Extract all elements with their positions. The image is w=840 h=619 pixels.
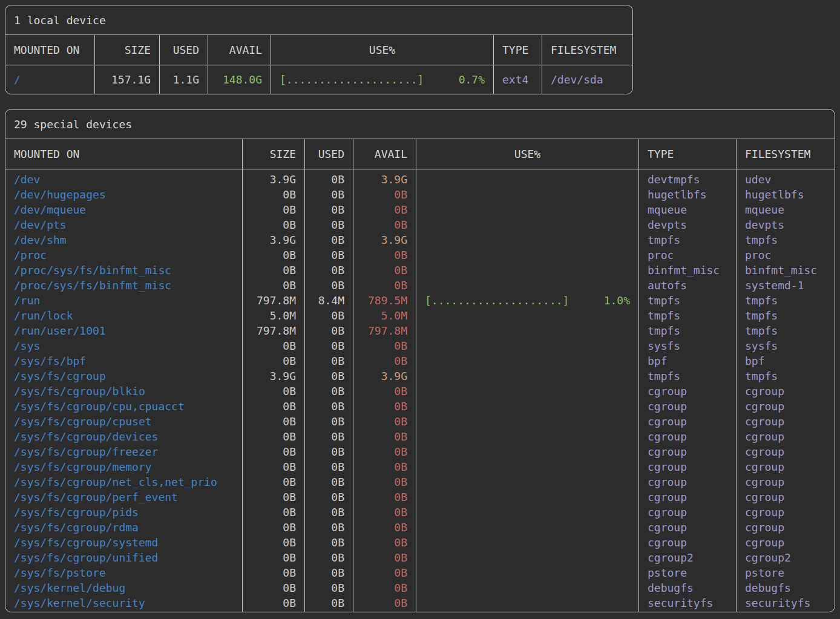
usage-bar: [....................] [280, 72, 424, 87]
column-size: 157.1G [95, 65, 160, 94]
cell-mounted-on: /sys/fs/cgroup/memory [5, 459, 242, 474]
cell-mounted-on: /sys [5, 338, 242, 353]
cell-use-percent [416, 414, 638, 429]
cell-used: 0B [305, 217, 353, 232]
column-avail: 148.0G [208, 65, 271, 94]
cell-used: 0B [305, 172, 353, 187]
cell-use-percent [416, 565, 638, 580]
cell-type: tmpfs [639, 293, 736, 308]
cell-filesystem: udev [737, 172, 835, 187]
cell-avail: 0B [353, 595, 416, 611]
special-devices-title: 29 special devices [5, 110, 835, 139]
cell-type: autofs [639, 278, 736, 293]
column-mounted_on: / [5, 65, 95, 94]
cell-filesystem: /dev/sda [542, 72, 633, 87]
cell-used: 0B [305, 595, 353, 611]
cell-type: tmpfs [639, 308, 736, 323]
cell-mounted-on: /sys/fs/cgroup/freezer [5, 444, 242, 459]
cell-type: securityfs [639, 595, 736, 611]
cell-size: 0B [243, 565, 304, 580]
cell-use-percent [416, 247, 638, 263]
cell-type: cgroup2 [639, 550, 736, 565]
cell-filesystem: pstore [737, 565, 835, 580]
cell-filesystem: mqueue [737, 202, 835, 217]
column-use: [....................]1.0% [416, 169, 639, 612]
cell-mounted-on: /sys/fs/cgroup/perf_event [5, 490, 242, 505]
cell-size: 0B [243, 490, 304, 505]
column-filesystem: /dev/sda [542, 65, 633, 94]
cell-type: binfmt_misc [639, 263, 736, 278]
cell-size: 0B [243, 263, 304, 278]
local-devices-title: 1 local device [5, 5, 632, 35]
cell-avail: 797.8M [353, 323, 416, 338]
cell-used: 0B [305, 232, 353, 247]
cell-size: 0B [243, 459, 304, 474]
cell-filesystem: systemd-1 [737, 278, 835, 293]
cell-mounted-on: /sys/kernel/debug [5, 580, 242, 595]
cell-used: 0B [305, 535, 353, 550]
cell-avail: 0B [353, 247, 416, 263]
cell-avail: 0B [353, 580, 416, 595]
cell-avail: 0B [353, 414, 416, 429]
header-avail: AVAIL [208, 35, 271, 65]
cell-avail: 5.0M [353, 308, 416, 323]
cell-avail: 0B [353, 278, 416, 293]
cell-type: cgroup [639, 459, 736, 474]
header-mounted-on: MOUNTED ON [5, 35, 95, 65]
cell-filesystem: tmpfs [737, 368, 835, 384]
cell-used: 0B [305, 399, 353, 414]
cell-avail: 0B [353, 353, 416, 368]
cell-mounted-on: /proc/sys/fs/binfmt_misc [5, 263, 242, 278]
cell-size: 3.9G [243, 232, 304, 247]
cell-mounted-on: /run/lock [5, 308, 242, 323]
cell-avail: 789.5M [353, 293, 416, 308]
cell-avail: 0B [353, 550, 416, 565]
cell-avail: 148.0G [208, 72, 271, 87]
cell-mounted-on: /sys/fs/cgroup/pids [5, 505, 242, 520]
cell-filesystem: sysfs [737, 338, 835, 353]
cell-size: 0B [243, 187, 304, 202]
header-use-percent: USE% [416, 139, 639, 169]
cell-use-percent [416, 580, 638, 595]
cell-type: devtmpfs [639, 172, 736, 187]
cell-size: 3.9G [243, 172, 304, 187]
cell-size: 0B [243, 474, 304, 490]
cell-type: hugetlbfs [639, 187, 736, 202]
cell-filesystem: cgroup [737, 459, 835, 474]
cell-avail: 0B [353, 399, 416, 414]
cell-avail: 0B [353, 263, 416, 278]
header-mounted-on: MOUNTED ON [5, 139, 243, 169]
cell-size: 0B [243, 338, 304, 353]
cell-type: tmpfs [639, 368, 736, 384]
cell-size: 0B [243, 399, 304, 414]
column-size: 3.9G0B0B0B3.9G0B0B0B797.8M5.0M797.8M0B0B… [243, 169, 305, 612]
local-devices-header-row: MOUNTED ON SIZE USED AVAIL USE% TYPE FIL… [5, 35, 632, 65]
cell-used: 0B [305, 338, 353, 353]
cell-size: 0B [243, 217, 304, 232]
cell-type: devpts [639, 217, 736, 232]
cell-avail: 0B [353, 565, 416, 580]
cell-used: 1.1G [160, 72, 208, 87]
cell-mounted-on: /run [5, 293, 242, 308]
header-use-percent: USE% [271, 35, 494, 65]
cell-use-percent [416, 338, 638, 353]
local-devices-body: /157.1G1.1G148.0G[....................]0… [5, 65, 632, 94]
cell-used: 0B [305, 490, 353, 505]
cell-mounted-on: /dev/shm [5, 232, 242, 247]
cell-size: 0B [243, 535, 304, 550]
cell-avail: 3.9G [353, 368, 416, 384]
column-used: 0B0B0B0B0B0B0B0B8.4M0B0B0B0B0B0B0B0B0B0B… [305, 169, 353, 612]
header-filesystem: FILESYSTEM [737, 139, 835, 169]
column-type: ext4 [494, 65, 542, 94]
cell-filesystem: tmpfs [737, 308, 835, 323]
cell-size: 0B [243, 429, 304, 444]
cell-mounted-on: /sys/fs/cgroup/net_cls,net_prio [5, 474, 242, 490]
cell-type: cgroup [639, 520, 736, 535]
cell-filesystem: cgroup [737, 444, 835, 459]
cell-use-percent [416, 474, 638, 490]
cell-used: 0B [305, 444, 353, 459]
cell-used: 0B [305, 202, 353, 217]
cell-size: 0B [243, 414, 304, 429]
cell-avail: 3.9G [353, 172, 416, 187]
cell-filesystem: cgroup [737, 399, 835, 414]
